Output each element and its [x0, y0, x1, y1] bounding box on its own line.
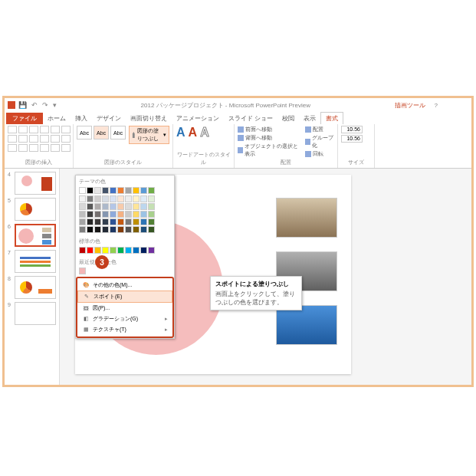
color-swatch[interactable]: [148, 195, 155, 202]
color-swatch[interactable]: [133, 187, 140, 194]
color-swatch[interactable]: [140, 247, 147, 254]
color-swatch[interactable]: [148, 187, 155, 194]
tab-transition[interactable]: 画面切り替え: [126, 113, 172, 124]
color-swatch[interactable]: [110, 247, 117, 254]
color-swatch[interactable]: [117, 203, 124, 210]
color-swatch[interactable]: [125, 187, 132, 194]
color-swatch[interactable]: [140, 211, 147, 218]
color-swatch[interactable]: [148, 218, 155, 225]
tab-file[interactable]: ファイル: [6, 113, 43, 124]
color-swatch[interactable]: [110, 226, 117, 233]
tab-review[interactable]: 校閲: [277, 113, 299, 124]
color-swatch[interactable]: [110, 218, 117, 225]
color-swatch[interactable]: [125, 247, 132, 254]
color-swatch[interactable]: [140, 195, 147, 202]
color-swatch[interactable]: [133, 247, 140, 254]
color-swatch[interactable]: [87, 203, 94, 210]
color-swatch[interactable]: [125, 226, 132, 233]
color-swatch[interactable]: [133, 211, 140, 218]
thumbnail[interactable]: 5: [8, 198, 56, 221]
menu-picture[interactable]: 🖼図(P)...: [77, 303, 172, 314]
color-swatch[interactable]: [148, 226, 155, 233]
color-swatch[interactable]: [140, 218, 147, 225]
color-swatch[interactable]: [117, 187, 124, 194]
qat-more-icon[interactable]: ▾: [53, 101, 57, 109]
menu-texture[interactable]: ▦テクスチャ(T)▸: [77, 324, 172, 335]
color-swatch[interactable]: [79, 203, 86, 210]
rotate-button[interactable]: 回転: [305, 150, 334, 158]
wordart-style[interactable]: A: [189, 126, 198, 140]
shape-style[interactable]: Abc: [94, 126, 109, 140]
color-swatch[interactable]: [125, 218, 132, 225]
color-swatch[interactable]: [79, 226, 86, 233]
send-backward-button[interactable]: 背面へ移動: [238, 134, 299, 142]
menu-other-colors[interactable]: 🎨その他の色(M)...: [77, 280, 172, 291]
menu-eyedropper[interactable]: ✎スポイト(E): [77, 291, 172, 303]
color-swatch[interactable]: [87, 187, 94, 194]
color-swatch[interactable]: [133, 195, 140, 202]
color-swatch[interactable]: [125, 211, 132, 218]
shape-style[interactable]: Abc: [110, 126, 126, 140]
color-swatch[interactable]: [102, 211, 109, 218]
bring-forward-button[interactable]: 前面へ移動: [238, 126, 299, 133]
color-swatch[interactable]: [87, 218, 94, 225]
slide-image[interactable]: [276, 198, 337, 238]
color-swatch[interactable]: [102, 187, 109, 194]
color-swatch[interactable]: [117, 195, 124, 202]
tab-home[interactable]: ホーム: [43, 113, 71, 124]
color-swatch[interactable]: [102, 226, 109, 233]
color-swatch[interactable]: [79, 187, 86, 194]
color-swatch[interactable]: [102, 203, 109, 210]
color-swatch[interactable]: [79, 195, 86, 202]
color-swatch[interactable]: [117, 211, 124, 218]
color-swatch[interactable]: [117, 226, 124, 233]
color-swatch[interactable]: [87, 211, 94, 218]
color-swatch[interactable]: [148, 247, 155, 254]
tab-animation[interactable]: アニメーション: [172, 113, 224, 124]
color-swatch[interactable]: [87, 247, 94, 254]
width-input[interactable]: 10.56: [341, 135, 363, 143]
color-swatch[interactable]: [102, 247, 109, 254]
color-swatch[interactable]: [94, 195, 101, 202]
color-swatch[interactable]: [79, 211, 86, 218]
color-swatch[interactable]: [102, 218, 109, 225]
align-button[interactable]: 配置: [305, 126, 334, 133]
color-swatch[interactable]: [148, 211, 155, 218]
color-swatch[interactable]: [87, 226, 94, 233]
color-swatch[interactable]: [102, 195, 109, 202]
wordart-style[interactable]: A: [200, 126, 209, 140]
color-swatch[interactable]: [110, 195, 117, 202]
color-swatch[interactable]: [125, 195, 132, 202]
thumbnail[interactable]: 8: [8, 276, 56, 299]
color-swatch[interactable]: [117, 218, 124, 225]
tab-insert[interactable]: 挿入: [71, 113, 92, 124]
slide-canvas[interactable]: 新し ◆人を惹きつける色 ◆魅力的な形 3 テーマの色 標準の色: [60, 169, 471, 385]
help-icon[interactable]: ?: [435, 102, 438, 109]
group-button[interactable]: グループ化: [305, 134, 334, 149]
color-swatch[interactable]: [79, 247, 86, 254]
shape-fill-button[interactable]: 図形の塗りつぶし ▾: [129, 126, 169, 144]
save-icon[interactable]: 💾: [18, 101, 27, 109]
slide-image[interactable]: [276, 305, 337, 345]
color-swatch[interactable]: [110, 211, 117, 218]
undo-icon[interactable]: ↶: [31, 101, 38, 109]
thumbnail[interactable]: 4: [8, 172, 56, 195]
thumbnail[interactable]: 7: [8, 250, 56, 273]
color-swatch[interactable]: [94, 247, 101, 254]
color-swatch[interactable]: [94, 218, 101, 225]
color-swatch[interactable]: [79, 268, 86, 274]
color-swatch[interactable]: [140, 226, 147, 233]
color-swatch[interactable]: [94, 187, 101, 194]
menu-gradient[interactable]: ◧グラデーション(G)▸: [77, 314, 172, 324]
color-swatch[interactable]: [94, 211, 101, 218]
color-swatch[interactable]: [133, 203, 140, 210]
color-swatch[interactable]: [117, 247, 124, 254]
shape-style[interactable]: Abc: [77, 126, 92, 140]
color-swatch[interactable]: [110, 203, 117, 210]
thumbnail[interactable]: 6: [8, 224, 56, 247]
tab-design[interactable]: デザイン: [92, 113, 126, 124]
height-input[interactable]: 10.56: [341, 126, 363, 133]
shapes-gallery[interactable]: [8, 126, 70, 152]
color-swatch[interactable]: [125, 203, 132, 210]
tab-slideshow[interactable]: スライド ショー: [224, 113, 277, 124]
